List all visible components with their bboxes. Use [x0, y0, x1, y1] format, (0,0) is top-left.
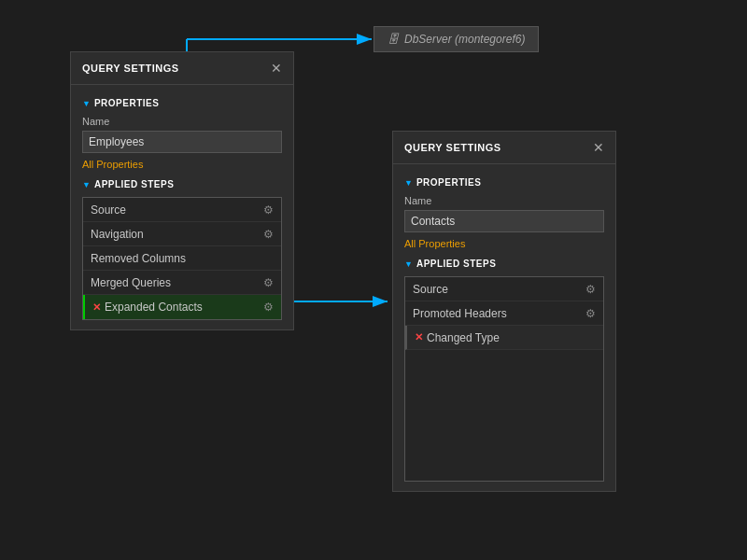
step-removed-columns[interactable]: Removed Columns: [83, 246, 281, 271]
step-removed-columns-left: Removed Columns: [91, 252, 186, 265]
step-source-label: Source: [91, 203, 126, 217]
panel2-all-properties-link[interactable]: All Properties: [404, 238, 604, 249]
panel2-step-source-label: Source: [413, 283, 448, 296]
contacts-panel: QUERY SETTINGS ✕ ▼ PROPERTIES Name All P…: [392, 131, 616, 492]
step-expanded-contacts-error-icon: ✕: [92, 301, 101, 314]
panel2-applied-steps-title: APPLIED STEPS: [416, 259, 496, 269]
panel1-close-button[interactable]: ✕: [271, 62, 282, 75]
step-source[interactable]: Source ⚙: [83, 198, 281, 222]
step-merged-queries-label: Merged Queries: [91, 276, 171, 289]
panel2-body: ▼ PROPERTIES Name All Properties ▼ APPLI…: [393, 164, 615, 491]
panel1-properties-header: ▼ PROPERTIES: [82, 98, 282, 108]
panel2-properties-arrow-icon: ▼: [404, 178, 413, 188]
panel1-applied-steps-title: APPLIED STEPS: [94, 179, 174, 189]
panel2-header: QUERY SETTINGS ✕: [393, 132, 615, 164]
panel2-step-promoted-headers-label: Promoted Headers: [413, 307, 507, 320]
step-merged-queries-gear-icon[interactable]: ⚙: [263, 276, 274, 289]
panel2-name-label: Name: [404, 195, 604, 206]
step-expanded-contacts[interactable]: ✕ Expanded Contacts ⚙: [83, 295, 281, 319]
step-expanded-contacts-left: ✕ Expanded Contacts: [92, 301, 203, 314]
db-icon: 🗄: [388, 33, 399, 46]
panel2-step-changed-type[interactable]: ✕ Changed Type: [405, 326, 603, 350]
panel1-header: QUERY SETTINGS ✕: [71, 52, 293, 85]
panel2-step-source-gear-icon[interactable]: ⚙: [585, 283, 596, 296]
panel2-steps-empty-area: [405, 350, 603, 481]
panel2-properties-title: PROPERTIES: [416, 177, 481, 188]
panel2-title: QUERY SETTINGS: [404, 142, 501, 153]
step-removed-columns-label: Removed Columns: [91, 252, 186, 265]
step-source-left: Source: [91, 203, 126, 217]
db-server-box: 🗄 DbServer (montegoref6): [374, 26, 539, 52]
panel1-name-input[interactable]: [82, 131, 282, 153]
panel2-steps-list: Source ⚙ Promoted Headers ⚙ ✕ Changed Ty…: [404, 276, 604, 482]
properties-arrow-icon: ▼: [82, 99, 91, 108]
panel2-step-source[interactable]: Source ⚙: [405, 277, 603, 301]
step-navigation-gear-icon[interactable]: ⚙: [263, 228, 274, 241]
step-merged-queries[interactable]: Merged Queries ⚙: [83, 271, 281, 295]
panel2-close-button[interactable]: ✕: [593, 141, 604, 154]
step-source-gear-icon[interactable]: ⚙: [263, 203, 274, 217]
panel2-properties-header: ▼ PROPERTIES: [404, 177, 604, 188]
panel2-step-promoted-headers-left: Promoted Headers: [413, 307, 507, 320]
panel2-step-promoted-headers-gear-icon[interactable]: ⚙: [585, 307, 596, 320]
step-expanded-contacts-label: Expanded Contacts: [105, 301, 203, 314]
step-expanded-contacts-gear-icon[interactable]: ⚙: [263, 301, 274, 314]
step-navigation[interactable]: Navigation ⚙: [83, 222, 281, 246]
applied-steps-arrow-icon: ▼: [82, 180, 91, 189]
panel1-properties-title: PROPERTIES: [94, 98, 159, 108]
panel2-applied-steps-arrow-icon: ▼: [404, 259, 413, 269]
panel1-title: QUERY SETTINGS: [82, 63, 179, 74]
panel2-step-source-left: Source: [413, 283, 448, 296]
panel1-name-label: Name: [82, 116, 282, 127]
panel2-name-input[interactable]: [404, 210, 604, 232]
panel2-step-changed-type-left: ✕ Changed Type: [415, 331, 500, 344]
panel2-step-changed-type-error-icon: ✕: [415, 331, 423, 343]
step-merged-queries-left: Merged Queries: [91, 276, 171, 289]
step-navigation-left: Navigation: [91, 228, 144, 241]
panel1-all-properties-link[interactable]: All Properties: [82, 159, 282, 170]
panel2-step-promoted-headers[interactable]: Promoted Headers ⚙: [405, 301, 603, 326]
employees-panel: QUERY SETTINGS ✕ ▼ PROPERTIES Name All P…: [70, 51, 294, 330]
db-server-label: DbServer (montegoref6): [404, 33, 525, 46]
step-navigation-label: Navigation: [91, 228, 144, 241]
panel1-body: ▼ PROPERTIES Name All Properties ▼ APPLI…: [71, 85, 293, 329]
panel1-steps-list: Source ⚙ Navigation ⚙ Removed Columns: [82, 197, 282, 320]
panel2-applied-steps-header: ▼ APPLIED STEPS: [404, 259, 604, 269]
panel1-applied-steps-header: ▼ APPLIED STEPS: [82, 179, 282, 189]
panel2-step-changed-type-label: Changed Type: [427, 331, 500, 344]
